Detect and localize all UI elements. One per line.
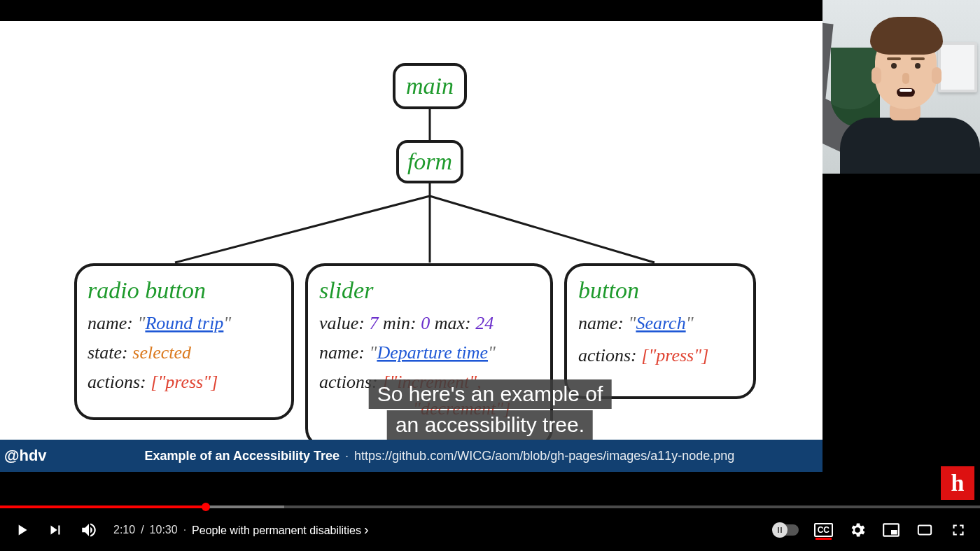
closed-caption-overlay: So here's an example of an accessibility… [369,379,612,440]
next-button[interactable] [46,521,64,539]
slide-source-url: https://github.com/WICG/aom/blob/gh-page… [354,449,734,463]
chapter-button[interactable]: People with permanent disabilities› [192,522,369,538]
channel-logo: h [941,466,974,500]
gear-icon [848,521,867,539]
skip-next-icon [46,521,64,539]
miniplayer-icon [882,521,900,539]
volume-icon [80,520,98,540]
slide-footer-banner: @hdv Example of an Accessibility Tree · … [0,440,822,472]
video-viewport[interactable]: main form radio button name: "Round trip… [0,0,980,505]
current-time: 2:10 [113,524,135,536]
play-button[interactable] [13,521,31,539]
tree-node-button: button [578,277,639,303]
autoplay-toggle[interactable] [774,524,799,536]
duration: 10:30 [150,524,178,536]
svg-rect-18 [918,525,931,534]
caption-line-1: So here's an example of [369,379,612,409]
play-icon [13,519,31,540]
theater-icon [916,522,934,538]
slide-title: Example of an Accessibility Tree [145,449,340,463]
svg-text:actions:
           ["press"]: actions: ["press"] [578,345,708,365]
time-display: 2:10 / 10:30 · People with permanent dis… [113,522,369,538]
presenter-handle: @hdv [0,447,145,465]
svg-text:name:
           "Round trip": name: "Round trip" [88,313,231,333]
svg-line-2 [175,196,430,263]
tree-node-form: form [407,148,452,174]
caption-line-2: an accessibility tree. [387,410,593,440]
fullscreen-button[interactable] [949,521,967,539]
fullscreen-icon [949,521,967,539]
theater-mode-button[interactable] [916,521,934,539]
tree-node-slider: slider [319,277,374,303]
chevron-right-icon: › [361,522,369,537]
settings-button[interactable] [848,521,867,539]
svg-text:name:
           "Departure ti: name: "Departure time" [319,342,496,363]
tree-node-radio: radio button [88,277,206,303]
video-player-frame: main form radio button name: "Round trip… [0,0,980,551]
svg-line-3 [430,196,654,263]
chapter-title: People with permanent disabilities [192,524,361,536]
subtitles-button[interactable]: CC [814,523,833,537]
svg-text:value:
           7
          : value: 7 min: 0 max: 24 [319,313,493,333]
volume-button[interactable] [80,521,98,539]
svg-text:state:
           selected: state: selected [88,342,192,363]
tree-node-main: main [406,73,454,99]
miniplayer-button[interactable] [882,521,900,539]
svg-text:name:
           "Search": name: "Search" [578,313,694,333]
svg-text:actions:
           ["press"]: actions: ["press"] [88,372,218,392]
player-controls: 2:10 / 10:30 · People with permanent dis… [0,508,980,551]
presenter-webcam [822,0,980,174]
pause-icon [778,527,782,533]
